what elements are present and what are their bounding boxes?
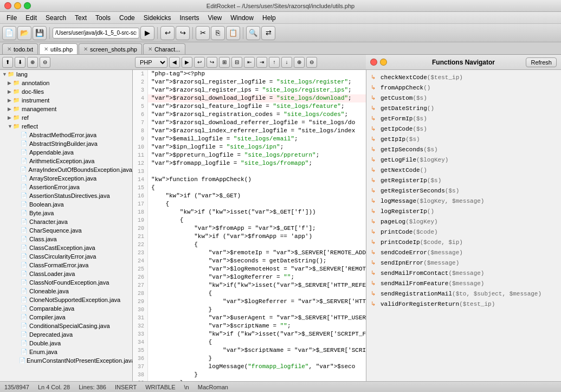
browse-button[interactable]: ▶ — [140, 26, 154, 40]
menu-help[interactable]: Help — [258, 13, 280, 23]
code-line[interactable]: 23 "var">$remoteIp = "var">$_SERVER['REM… — [133, 249, 366, 257]
function-item[interactable]: ↳getRegisterIp($s) — [366, 175, 561, 185]
code-line[interactable]: 7"var">$razorsql_download_referrer_logfi… — [133, 119, 366, 127]
maximize-button[interactable] — [24, 2, 31, 9]
close-button[interactable] — [4, 2, 11, 9]
code-line[interactable]: 25 "var">$logRemoteHost = "var">$_SERVER… — [133, 265, 366, 273]
undo-button[interactable]: ↩ — [160, 26, 175, 40]
function-item[interactable]: ↳getFormIp($s) — [366, 113, 561, 124]
code-line[interactable]: 30 } — [133, 306, 366, 314]
sidebar-btn-3[interactable]: ⊕ — [27, 57, 38, 68]
tree-root[interactable]: ▼ 📁 lang — [0, 70, 132, 79]
tab-close-todo[interactable]: ✕ — [7, 46, 11, 52]
function-item[interactable]: ↳getIpSeconds($s) — [366, 144, 561, 155]
menu-file[interactable]: File — [2, 13, 21, 23]
code-line[interactable]: 11"var">$ppreturn_logfile = "site_logs/p… — [133, 151, 366, 159]
code-line[interactable]: 14"kw">function fromAppCheck() — [133, 176, 366, 184]
editor-btn-5[interactable]: ⊞ — [219, 57, 230, 68]
tree-item-file[interactable]: ▶📄ClassNotFoundException.java — [0, 278, 132, 287]
fn-close-btn[interactable] — [370, 59, 377, 66]
code-line[interactable]: 4"var">$razorsql_download_logfile = "sit… — [133, 94, 366, 102]
code-line[interactable]: 34 { — [133, 338, 366, 346]
function-item[interactable]: ↳sendMailFromFeature($message) — [366, 278, 561, 288]
code-line[interactable]: 3"var">$razorsql_register_ips = "site_lo… — [133, 86, 366, 94]
editor-btn-8[interactable]: ⇥ — [256, 57, 267, 68]
tree-item-file[interactable]: ▶📄ClassCastException.java — [0, 243, 132, 252]
function-item[interactable]: ↳sendIpnError($message) — [366, 258, 561, 268]
code-line[interactable]: 36 } — [133, 355, 366, 363]
function-item[interactable]: ↳getIpIp($s) — [366, 134, 561, 144]
tree-item-file[interactable]: ▶📄Boolean.java — [0, 200, 132, 209]
tab-close-screenshots[interactable]: ✕ — [83, 46, 88, 52]
menu-view[interactable]: View — [203, 13, 226, 23]
tab-utils[interactable]: ✕ utils.php — [39, 43, 78, 54]
tab-screenshots[interactable]: ✕ screen_shots.php — [79, 43, 142, 54]
tree-item-ref[interactable]: ▶ 📁 ref — [0, 113, 132, 122]
function-item[interactable]: ↳getIpCode($s) — [366, 124, 561, 134]
fn-min-btn[interactable] — [380, 59, 387, 66]
menu-code[interactable]: Code — [115, 13, 139, 23]
code-line[interactable]: 37 logMessage("fromapp_logfile", "var">$… — [133, 363, 366, 371]
cut-button[interactable]: ✂ — [196, 26, 210, 40]
tab-close-utils[interactable]: ✕ — [44, 46, 48, 52]
paste-button[interactable]: 📋 — [226, 26, 240, 40]
function-item[interactable]: ↳sendMailFromContact($message) — [366, 268, 561, 278]
code-line[interactable]: 16 "kw">if ("var">$_GET) — [133, 192, 366, 200]
tree-item-file[interactable]: ▶📄Deprecated.java — [0, 330, 132, 339]
menu-edit[interactable]: Edit — [21, 13, 41, 23]
code-line[interactable]: 28 { — [133, 290, 366, 298]
function-item[interactable]: ↳sendCodeError($message) — [366, 247, 561, 258]
save-button[interactable]: 💾 — [33, 26, 47, 40]
menu-inserts[interactable]: Inserts — [175, 13, 203, 23]
tree-item-file[interactable]: ▶📄Comparable.java — [0, 304, 132, 313]
sidebar-btn-1[interactable]: ⬆ — [2, 57, 13, 68]
tree-item-file[interactable]: ▶📄AbstractStringBuilder.java — [0, 139, 132, 148]
function-item[interactable]: ↳pageLog($logKey) — [366, 216, 561, 227]
menu-tools[interactable]: Tools — [91, 13, 115, 23]
tree-item-file[interactable]: ▶📄CloneNotSupportedException.java — [0, 295, 132, 304]
function-item[interactable]: ↳logMessage($logKey, $message) — [366, 196, 561, 206]
redo-button[interactable]: ↪ — [176, 26, 190, 40]
function-item[interactable]: ↳getDateString() — [366, 103, 561, 113]
tree-item-file[interactable]: ▶📄AbstractMethodError.java — [0, 131, 132, 139]
language-selector[interactable]: PHP — [135, 57, 167, 68]
tab-char[interactable]: ✕ Charact... — [143, 43, 185, 54]
menu-search[interactable]: Search — [41, 13, 70, 23]
tree-item-file[interactable]: ▶📄Appendable.java — [0, 148, 132, 157]
tree-item-file[interactable]: ▶📄EnumConstantNotPresentException.java — [0, 356, 132, 365]
tree-item-reflect[interactable]: ▼ 📁 reflect — [0, 122, 132, 131]
refresh-button[interactable]: Refresh — [526, 57, 557, 67]
editor-btn-6[interactable]: ⊟ — [231, 57, 242, 68]
replace-button[interactable]: ⇄ — [261, 26, 275, 40]
function-item[interactable]: ↳getNextCode() — [366, 165, 561, 175]
function-item[interactable]: ↳sendRegistrationMail($to, $subject, $me… — [366, 288, 561, 299]
code-line[interactable]: 21 "kw">if ("var">$fromApp == 'app') — [133, 233, 366, 241]
tree-item-file[interactable]: ▶📄Character.java — [0, 217, 132, 226]
tree-item-file[interactable]: ▶📄ConditionalSpecialCasing.java — [0, 322, 132, 330]
editor-btn-2[interactable]: ▶ — [182, 57, 192, 68]
editor-btn-12[interactable]: ⊖ — [306, 57, 317, 68]
function-item[interactable]: ↳printCodeIp($code, $ip) — [366, 237, 561, 247]
tree-item-file[interactable]: ▶📄Enum.java — [0, 348, 132, 356]
tree-item-file[interactable]: ▶📄ClassLoader.java — [0, 269, 132, 278]
function-item[interactable]: ↳validForRegisterReturn($test_ip) — [366, 299, 561, 309]
tree-item-file[interactable]: ▶📄Class.java — [0, 235, 132, 243]
code-line[interactable]: 38 } — [133, 371, 366, 379]
code-line[interactable]: 6"var">$razorsql_registration_codes = "s… — [133, 111, 366, 119]
code-line[interactable]: 27 "kw">if("kw">isset("var">$_SERVER['HT… — [133, 281, 366, 290]
code-line[interactable]: 10"var">$ipn_logfile = "site_logs/ipn"; — [133, 143, 366, 151]
tree-item-file[interactable]: ▶📄ClassCircularityError.java — [0, 252, 132, 261]
code-line[interactable]: 12"var">$fromapp_logfile = "site_logs/fr… — [133, 159, 366, 168]
function-item[interactable]: ↳getRegisterSeconds($s) — [366, 185, 561, 196]
editor-btn-3[interactable]: ↩ — [194, 57, 205, 68]
editor-btn-1[interactable]: ◀ — [169, 57, 180, 68]
function-item[interactable]: ↳checkNextCode($test_ip) — [366, 72, 561, 82]
code-editor[interactable]: 1"php-tag"><?php2"var">$razorsql_registe… — [133, 70, 366, 385]
code-line[interactable]: 17 { — [133, 200, 366, 208]
menu-sidekicks[interactable]: Sidekicks — [139, 13, 176, 23]
open-button[interactable]: 📂 — [17, 26, 31, 40]
tree-item-docfiles[interactable]: ▶ 📁 doc-files — [0, 87, 132, 96]
code-line[interactable]: 13 — [133, 168, 366, 176]
tree-item-file[interactable]: ▶📄Byte.java — [0, 209, 132, 217]
code-line[interactable]: 22 { — [133, 241, 366, 249]
